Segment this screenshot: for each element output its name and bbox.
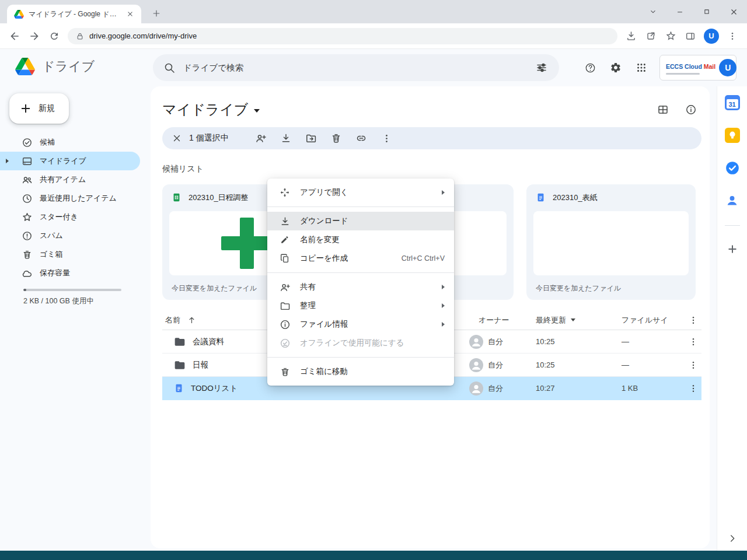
share-person-add-icon[interactable]: [249, 127, 274, 149]
menu-item-move-to-trash[interactable]: ゴミ箱に移動: [267, 362, 454, 381]
back-button[interactable]: [5, 26, 25, 46]
sidebar-item-trash[interactable]: ゴミ箱: [0, 245, 140, 264]
new-button[interactable]: 新規: [9, 93, 69, 124]
sort-ascending-icon[interactable]: [187, 316, 196, 324]
side-panel-icon[interactable]: [680, 26, 700, 46]
menu-item-label: 共有: [300, 282, 316, 292]
modified-time: 10:27: [536, 384, 555, 393]
new-tab-button[interactable]: [148, 5, 165, 22]
menu-item-file-info[interactable]: ファイル情報: [267, 315, 454, 334]
details-info-icon[interactable]: [679, 98, 703, 121]
owner-name: 自分: [488, 383, 503, 394]
menu-item-offline[interactable]: オフラインで使用可能にする: [267, 334, 454, 352]
page-title-dropdown[interactable]: マイドライブ: [162, 100, 260, 119]
menu-divider: [267, 206, 454, 207]
header-name[interactable]: 名前: [165, 315, 180, 326]
tab-close-icon[interactable]: [124, 8, 137, 20]
keep-icon[interactable]: [725, 128, 740, 143]
help-icon[interactable]: [578, 56, 602, 79]
storage-usage-text: 2 KB / 100 GB 使用中: [23, 296, 94, 306]
column-options-kebab-icon[interactable]: [689, 316, 698, 325]
grid-view-toggle-icon[interactable]: [651, 98, 675, 121]
maximize-button[interactable]: [693, 0, 720, 23]
file-size: —: [622, 360, 629, 369]
trash-icon[interactable]: [324, 127, 349, 149]
drive-brand[interactable]: ドライブ: [15, 58, 95, 75]
browser-menu-kebab-icon[interactable]: [722, 26, 742, 46]
sidebar-item-spam[interactable]: スパム: [0, 226, 140, 245]
contacts-icon[interactable]: [725, 193, 739, 208]
offline-pin-icon: [279, 338, 291, 349]
minimize-button[interactable]: [666, 0, 693, 23]
menu-item-label: ファイル情報: [300, 319, 348, 330]
window-close-button[interactable]: [720, 0, 747, 23]
clear-selection-icon[interactable]: [166, 127, 188, 149]
sidebar-item-suggestions[interactable]: 候補: [0, 133, 140, 152]
search-icon[interactable]: [163, 62, 175, 74]
forward-button[interactable]: [25, 26, 44, 46]
search-options-tune-icon[interactable]: [530, 56, 553, 79]
download-icon[interactable]: [274, 127, 299, 149]
browser-profile-avatar[interactable]: U: [704, 29, 719, 44]
sidebar-item-recent[interactable]: 最近使用したアイテム: [0, 189, 140, 208]
drive-search-bar[interactable]: [153, 54, 559, 81]
bookmark-star-icon[interactable]: [661, 26, 680, 46]
tab-search-chevron-icon[interactable]: [640, 0, 666, 23]
move-to-folder-icon[interactable]: [299, 127, 324, 149]
expand-caret-icon[interactable]: [6, 159, 9, 163]
chevron-down-icon: [254, 109, 260, 113]
tab-title: マイドライブ - Google ドライブ: [29, 9, 119, 19]
window-controls: [640, 0, 747, 23]
submenu-caret-icon: [442, 285, 445, 289]
header-size[interactable]: ファイルサイ: [622, 316, 668, 324]
browser-tab[interactable]: マイドライブ - Google ドライブ: [7, 5, 141, 23]
menu-item-download[interactable]: ダウンロード: [267, 212, 454, 230]
menu-item-organize[interactable]: 整理: [267, 296, 454, 315]
sidebar-item-my-drive[interactable]: マイドライブ: [0, 152, 140, 170]
row-menu-kebab-icon[interactable]: [689, 360, 698, 370]
sidebar-item-starred[interactable]: スター付き: [0, 208, 140, 226]
site-info-lock-icon[interactable]: [76, 32, 84, 40]
row-menu-kebab-icon[interactable]: [689, 337, 698, 346]
share-person-add-icon: [279, 282, 291, 293]
search-input[interactable]: [183, 63, 522, 72]
card-reason-note: 今日変更を加えたファイル: [536, 284, 621, 293]
account-avatar[interactable]: U: [719, 59, 736, 76]
address-bar[interactable]: drive.google.com/drive/my-drive: [68, 28, 617, 44]
header-owner[interactable]: オーナー: [479, 315, 509, 326]
apps-grid-icon[interactable]: [630, 56, 653, 79]
more-actions-kebab-icon[interactable]: [374, 127, 399, 149]
get-add-ons-plus-icon[interactable]: [727, 243, 738, 255]
downloads-icon[interactable]: [621, 26, 641, 46]
reload-button[interactable]: [44, 26, 64, 46]
menu-item-open-with[interactable]: アプリで開く: [267, 183, 454, 202]
calendar-icon[interactable]: 31: [725, 95, 740, 110]
tasks-icon[interactable]: [725, 160, 740, 176]
file-name: TODOリスト: [191, 383, 238, 394]
sidebar-item-storage[interactable]: 保存容量: [0, 264, 140, 282]
header-modified[interactable]: 最終更新: [536, 315, 566, 326]
menu-item-make-copy[interactable]: コピーを作成 Ctrl+C Ctrl+V: [267, 249, 454, 268]
menu-item-share[interactable]: 共有: [267, 278, 454, 296]
copy-link-icon[interactable]: [349, 127, 374, 149]
app-name: ドライブ: [42, 58, 95, 75]
owner-avatar: [469, 382, 483, 396]
card-file-name: 202310_日程調整: [189, 192, 249, 203]
badge-text-red: Mail: [704, 63, 715, 70]
people-icon: [21, 174, 33, 186]
file-preview-thumbnail: [533, 211, 689, 275]
share-page-icon[interactable]: [641, 26, 661, 46]
modified-time: 10:25: [536, 337, 555, 346]
submenu-caret-icon: [442, 303, 445, 308]
suggestion-card-doc[interactable]: 202310_表紙 今日変更を加えたファイル: [526, 184, 696, 300]
row-menu-kebab-icon[interactable]: [689, 384, 698, 393]
show-side-panel-chevron-icon[interactable]: [727, 533, 738, 544]
account-badge[interactable]: ECCS Cloud Mail U: [659, 55, 736, 80]
url-text: drive.google.com/drive/my-drive: [89, 32, 197, 40]
settings-gear-icon[interactable]: [604, 56, 627, 79]
trash-icon: [279, 366, 291, 377]
folder-icon: [174, 336, 186, 348]
sort-descending-icon[interactable]: [571, 318, 575, 321]
menu-item-rename[interactable]: 名前を変更: [267, 230, 454, 249]
sidebar-item-shared[interactable]: 共有アイテム: [0, 170, 140, 189]
